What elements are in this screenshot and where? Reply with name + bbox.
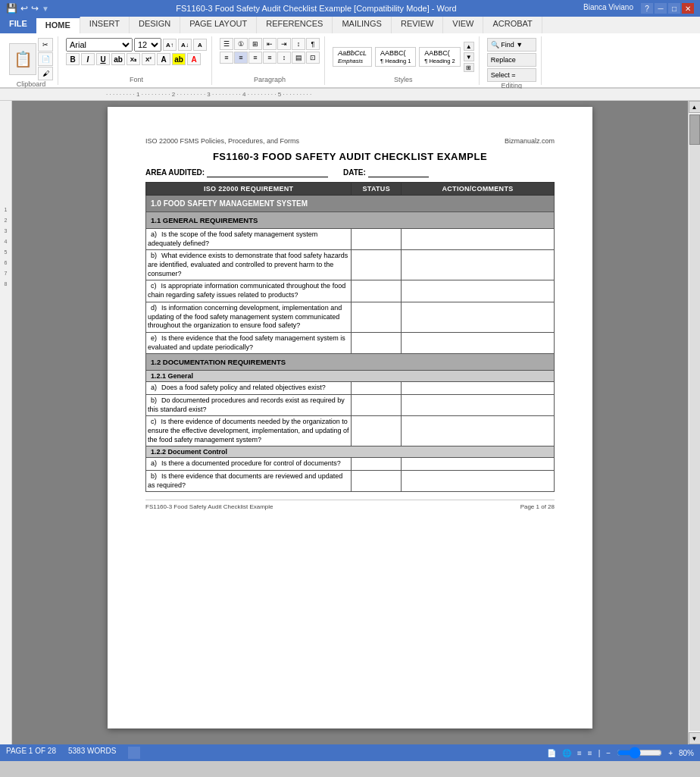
styles-scroll-down[interactable]: ▼ bbox=[464, 52, 474, 61]
ruler-marks: 12345678 bbox=[0, 207, 11, 287]
bold-button[interactable]: B bbox=[66, 53, 80, 65]
header-left: ISO 22000 FSMS Policies, Procedures, and… bbox=[145, 137, 299, 145]
vertical-scrollbar[interactable]: ▲ ▼ bbox=[688, 101, 700, 744]
tab-review[interactable]: REVIEW bbox=[392, 17, 443, 33]
text-effects-button[interactable]: A bbox=[157, 53, 170, 65]
action-1-2-2-a bbox=[402, 458, 555, 471]
font-size-select[interactable]: 12 bbox=[134, 38, 161, 52]
superscript-button[interactable]: X² bbox=[142, 53, 155, 65]
styles-group: AaBbCcLEmphasis AABBC(¶ Heading 1 AABBC(… bbox=[328, 36, 480, 85]
view-outline-icon[interactable]: ≡ bbox=[577, 749, 582, 757]
font-color-button[interactable]: A bbox=[187, 53, 201, 65]
clipboard-label: Clipboard bbox=[9, 80, 53, 88]
col-header-requirement: ISO 22000 REQUIREMENT bbox=[146, 183, 352, 196]
style-heading1[interactable]: AABBC(¶ Heading 1 bbox=[375, 47, 416, 67]
document-page: ISO 22000 FSMS Policies, Procedures, and… bbox=[108, 107, 592, 728]
clipboard-small-buttons: ✂ 📄 🖌 bbox=[38, 38, 53, 80]
question-1-2-1-a: a)Does a food safety policy and related … bbox=[146, 382, 555, 395]
editing-group: 🔍 Find ▼ Replace Select = Editing bbox=[483, 36, 542, 85]
text-e1: Is there evidence that the food safety m… bbox=[148, 333, 345, 352]
scroll-up-button[interactable]: ▲ bbox=[689, 101, 701, 113]
question-1-1-c: c)Is appropriate information communicate… bbox=[146, 280, 555, 302]
page-footer: FS1160-3 Food Safety Audit Checklist Exa… bbox=[145, 500, 555, 510]
help-button[interactable]: ? bbox=[641, 3, 653, 14]
zoom-level: 80% bbox=[679, 749, 694, 757]
scroll-thumb[interactable] bbox=[689, 114, 700, 145]
border-button[interactable]: ⊡ bbox=[306, 52, 320, 64]
underline-button[interactable]: U bbox=[96, 53, 110, 65]
align-center-button[interactable]: ≡ bbox=[234, 52, 248, 64]
document-scroll-area[interactable]: ISO 22000 FSMS Policies, Procedures, and… bbox=[12, 101, 688, 744]
bullet-list-button[interactable]: ☰ bbox=[220, 38, 233, 50]
numbered-list-button[interactable]: ① bbox=[234, 38, 248, 50]
font-controls: Arial 12 A↑ A↓ A B I U ab X₂ X² A bbox=[66, 38, 207, 76]
decrease-indent-button[interactable]: ⇤ bbox=[263, 38, 277, 50]
view-web-icon[interactable]: 🌐 bbox=[562, 749, 571, 757]
font-label: Font bbox=[66, 76, 207, 83]
highlight-button[interactable]: ab bbox=[172, 53, 186, 65]
line-spacing-button[interactable]: ↕ bbox=[277, 52, 291, 64]
action-1-2-1-a bbox=[402, 382, 555, 395]
tab-insert[interactable]: INSERT bbox=[80, 17, 130, 33]
left-ruler: 12345678 bbox=[0, 101, 12, 744]
clear-format-button[interactable]: A bbox=[193, 39, 207, 51]
strikethrough-button[interactable]: ab bbox=[111, 53, 125, 65]
tab-acrobat[interactable]: ACROBAT bbox=[483, 17, 542, 33]
view-draft-icon[interactable]: ≡ bbox=[588, 749, 592, 757]
close-button[interactable]: ✕ bbox=[682, 3, 694, 14]
tab-file[interactable]: FILE bbox=[0, 17, 36, 33]
save-button[interactable]: 💾 bbox=[6, 3, 17, 14]
styles-scroll-up[interactable]: ▲ bbox=[464, 42, 474, 51]
select-button[interactable]: Select = bbox=[487, 68, 536, 82]
tab-mailings[interactable]: MAILINGS bbox=[333, 17, 392, 33]
styles-more[interactable]: ⊞ bbox=[464, 63, 474, 72]
cut-button[interactable]: ✂ bbox=[38, 38, 53, 52]
view-print-icon[interactable]: 📄 bbox=[547, 749, 556, 757]
paragraph-controls: ☰ ① ⊞ ⇤ ⇥ ↕ ¶ ≡ ≡ ≡ ≡ ↕ ▤ ⊡ bbox=[220, 38, 320, 76]
scroll-down-button[interactable]: ▼ bbox=[689, 732, 701, 744]
track-changes-icon bbox=[128, 747, 140, 759]
copy-button[interactable]: 📄 bbox=[38, 52, 53, 66]
zoom-slider[interactable] bbox=[617, 750, 662, 756]
tab-references[interactable]: REFERENCES bbox=[257, 17, 333, 33]
scroll-track[interactable] bbox=[689, 114, 700, 731]
undo-button[interactable]: ↩ bbox=[20, 3, 28, 14]
para-row-1: ☰ ① ⊞ ⇤ ⇥ ↕ ¶ bbox=[220, 38, 320, 50]
minimize-button[interactable]: ─ bbox=[655, 3, 667, 14]
redo-button[interactable]: ↪ bbox=[31, 3, 39, 14]
dropdown-arrow[interactable]: ▼ bbox=[42, 5, 49, 13]
format-painter-button[interactable]: 🖌 bbox=[38, 67, 53, 80]
tab-design[interactable]: DESIGN bbox=[130, 17, 180, 33]
zoom-in-button[interactable]: + bbox=[668, 749, 673, 757]
maximize-button[interactable]: □ bbox=[668, 3, 680, 14]
tab-view[interactable]: VIEW bbox=[443, 17, 483, 33]
area-field[interactable] bbox=[207, 168, 328, 177]
align-right-button[interactable]: ≡ bbox=[248, 52, 262, 64]
sort-button[interactable]: ↕ bbox=[292, 38, 305, 50]
date-field[interactable] bbox=[368, 168, 429, 177]
shrink-font-button[interactable]: A↓ bbox=[178, 39, 192, 51]
find-button[interactable]: 🔍 Find ▼ bbox=[487, 38, 536, 52]
status-1-1-a bbox=[352, 229, 402, 250]
zoom-out-button[interactable]: − bbox=[606, 749, 611, 757]
shading-button[interactable]: ▤ bbox=[292, 52, 305, 64]
font-name-select[interactable]: Arial bbox=[66, 38, 133, 52]
align-left-button[interactable]: ≡ bbox=[220, 52, 233, 64]
paste-button[interactable]: 📋 bbox=[9, 43, 36, 75]
style-emphasis[interactable]: AaBbCcLEmphasis bbox=[333, 47, 372, 67]
tab-home[interactable]: HOME bbox=[36, 17, 80, 33]
styles-scroll: ▲ ▼ ⊞ bbox=[464, 42, 474, 72]
action-1-2-2-b bbox=[402, 471, 555, 492]
justify-button[interactable]: ≡ bbox=[263, 52, 277, 64]
tab-page-layout[interactable]: PAGE LAYOUT bbox=[180, 17, 257, 33]
grow-font-button[interactable]: A↑ bbox=[163, 39, 177, 51]
italic-button[interactable]: I bbox=[81, 53, 95, 65]
style-heading2[interactable]: AABBC(¶ Heading 2 bbox=[419, 47, 460, 67]
multilevel-list-button[interactable]: ⊞ bbox=[248, 38, 262, 50]
increase-indent-button[interactable]: ⇥ bbox=[277, 38, 291, 50]
subscript-button[interactable]: X₂ bbox=[127, 53, 140, 65]
show-marks-button[interactable]: ¶ bbox=[306, 38, 320, 50]
replace-button[interactable]: Replace bbox=[487, 53, 536, 67]
ruler: · · · · · · · · · 1 · · · · · · · · · 2 … bbox=[0, 89, 700, 101]
question-1-2-1-c: c)Is there evidence of documents needed … bbox=[146, 416, 555, 446]
